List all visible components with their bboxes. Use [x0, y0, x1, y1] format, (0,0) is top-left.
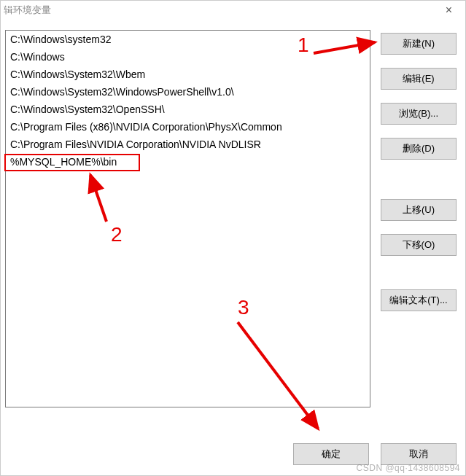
watermark: CSDN @qq·1438608594	[357, 463, 460, 473]
list-item[interactable]: C:\Windows\System32\WindowsPowerShell\v1…	[6, 83, 370, 101]
list-item[interactable]: C:\Program Files\NVIDIA Corporation\NVID…	[6, 136, 370, 153]
edit-button[interactable]: 编辑(E)	[381, 68, 457, 90]
list-item[interactable]: C:\Program Files (x86)\NVIDIA Corporatio…	[6, 118, 370, 136]
title-bar: 辑环境变量 ×	[1, 1, 465, 23]
new-button[interactable]: 新建(N)	[381, 33, 457, 55]
list-item[interactable]: C:\Windows\System32\Wbem	[6, 66, 370, 83]
move-up-button[interactable]: 上移(U)	[381, 199, 457, 221]
dialog-body: C:\Windows\system32 C:\Windows C:\Window…	[1, 23, 465, 427]
list-item[interactable]: %MYSQL_HOME%\bin	[6, 153, 370, 171]
window-title: 辑环境变量	[4, 4, 51, 17]
browse-button[interactable]: 浏览(B)...	[381, 103, 457, 125]
list-item[interactable]: C:\Windows	[6, 48, 370, 66]
cancel-button[interactable]: 取消	[381, 443, 457, 465]
edit-text-button[interactable]: 编辑文本(T)...	[381, 289, 457, 311]
path-listbox[interactable]: C:\Windows\system32 C:\Windows C:\Window…	[5, 30, 370, 407]
ok-button[interactable]: 确定	[293, 443, 369, 465]
list-item[interactable]: C:\Windows\system32	[6, 31, 370, 48]
delete-button[interactable]: 删除(D)	[381, 138, 457, 160]
side-button-column: 新建(N) 编辑(E) 浏览(B)... 删除(D) 上移(U) 下移(O) 编…	[381, 30, 457, 427]
close-icon[interactable]: ×	[438, 4, 459, 17]
move-down-button[interactable]: 下移(O)	[381, 234, 457, 256]
dialog-window: 辑环境变量 × C:\Windows\system32 C:\Windows C…	[0, 0, 466, 476]
list-item[interactable]: C:\Windows\System32\OpenSSH\	[6, 101, 370, 118]
